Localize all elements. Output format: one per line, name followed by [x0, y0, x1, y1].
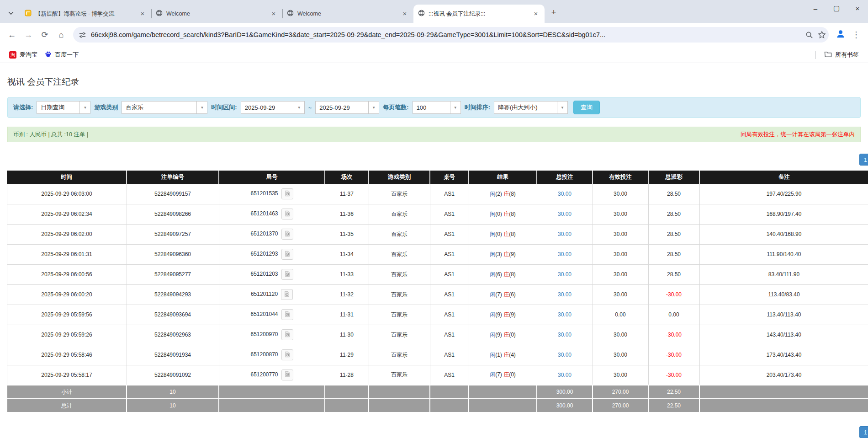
filter-bar: 请选择: 日期查询 ▼ 游戏类别 百家乐 ▼ 时间区间: 2025-09-29 … [7, 97, 861, 118]
cell-table-no: AS1 [430, 345, 469, 365]
tab-close-icon[interactable]: × [532, 10, 540, 18]
round-number: 651201120 [251, 291, 278, 297]
video-replay-icon[interactable] [281, 349, 293, 360]
cell-total-bet: 30.00 [537, 244, 593, 264]
cell-game-type: 百家乐 [369, 264, 430, 284]
cell-remark: 113.40/113.40 [699, 305, 868, 325]
chevron-down-icon[interactable]: ▼ [196, 102, 207, 113]
profile-avatar[interactable] [833, 27, 848, 42]
site-settings-tune-icon[interactable] [79, 31, 86, 39]
date-start-select[interactable]: 2025-09-29 ▼ [241, 101, 305, 114]
browser-tab-forum[interactable]: 【新提醒】海燕论坛 - 博学交流 × [20, 5, 151, 23]
payout-value: 0.00 [668, 311, 679, 318]
video-replay-icon[interactable] [281, 249, 293, 260]
summary-cell [219, 385, 325, 399]
zoom-magnifier-icon[interactable] [805, 31, 813, 39]
cell-session: 11-35 [325, 224, 369, 244]
video-replay-icon[interactable] [281, 188, 293, 199]
chevron-down-icon[interactable]: ▼ [294, 102, 304, 113]
cell-round-id: 651200970 [219, 325, 325, 345]
total-bet-link[interactable]: 30.00 [558, 311, 572, 318]
bookmark-star-icon[interactable] [818, 31, 826, 39]
page-1-button[interactable]: 1 [859, 154, 868, 166]
browser-tab-welcome-1[interactable]: Welcome × [151, 5, 282, 23]
chrome-menu-dots-icon[interactable]: ⋮ [849, 27, 863, 42]
round-number: 651200770 [250, 371, 278, 378]
chevron-down-icon[interactable]: ▼ [79, 102, 90, 113]
home-icon[interactable]: ⌂ [54, 27, 69, 42]
window-maximize-icon[interactable]: ▢ [826, 0, 847, 16]
cell-result: 闲(7) 庄(0) [469, 365, 537, 385]
tab-close-icon[interactable]: × [270, 10, 278, 18]
all-bookmarks-button[interactable]: 所有书签 [820, 49, 863, 61]
total-bet-link[interactable]: 30.00 [558, 271, 572, 278]
window-minimize-icon[interactable]: – [805, 0, 826, 16]
reload-icon[interactable]: ⟳ [37, 27, 52, 42]
tab-search-chevron-icon[interactable] [5, 6, 17, 19]
select-type-label: 请选择: [13, 103, 33, 112]
browser-tab-betrecord-active[interactable]: :::视讯 会员下注纪录::: × [413, 5, 545, 23]
new-tab-button[interactable]: + [547, 6, 560, 19]
total-bet-link[interactable]: 30.00 [558, 191, 572, 197]
result-player-label: 闲 [490, 371, 495, 378]
result-player-label: 闲 [490, 271, 495, 278]
column-header: 有效投注 [593, 171, 648, 184]
window-controls: – ▢ × [805, 0, 868, 16]
back-icon[interactable]: ← [5, 27, 19, 42]
summary-cell [699, 399, 868, 412]
window-close-icon[interactable]: × [847, 0, 868, 16]
url-text[interactable]: 66cxkj98.com/game/betrecord_search/kind3… [91, 31, 801, 38]
date-end-select[interactable]: 2025-09-29 ▼ [315, 101, 379, 114]
video-replay-icon[interactable] [281, 209, 293, 220]
page-1-button[interactable]: 1 [859, 426, 868, 438]
summary-cell [325, 385, 369, 399]
cell-session: 11-34 [325, 244, 369, 264]
tab-close-icon[interactable]: × [138, 10, 147, 18]
video-replay-icon[interactable] [281, 289, 293, 300]
video-replay-icon[interactable] [281, 269, 293, 280]
cell-valid-bet: 30.00 [593, 365, 648, 385]
result-player-score: (0) [495, 211, 503, 217]
chevron-down-icon[interactable]: ▼ [557, 102, 567, 113]
cell-result: 闲(0) 庄(8) [469, 224, 537, 244]
chevron-down-icon[interactable]: ▼ [450, 102, 460, 113]
cell-round-id: 651200870 [219, 345, 325, 365]
tab-close-icon[interactable]: × [401, 10, 409, 18]
address-bar[interactable]: 66cxkj98.com/game/betrecord_search/kind3… [73, 27, 829, 43]
forward-icon[interactable]: → [21, 27, 36, 42]
game-type-select[interactable]: 百家乐 ▼ [122, 101, 207, 114]
date-range-separator: ~ [308, 104, 312, 111]
query-type-select[interactable]: 日期查询 ▼ [37, 101, 90, 114]
total-bet-link[interactable]: 30.00 [558, 231, 572, 237]
cell-bet-id: 522849093694 [127, 305, 219, 325]
total-bet-link[interactable]: 30.00 [558, 211, 572, 217]
total-bet-link[interactable]: 30.00 [558, 352, 572, 358]
total-bet-link[interactable]: 30.00 [558, 372, 572, 378]
cell-session: 11-30 [325, 325, 369, 345]
sort-select[interactable]: 降幂(由大到小) ▼ [494, 101, 568, 114]
page-size-select[interactable]: 100 ▼ [413, 101, 461, 114]
globe-icon [156, 10, 163, 18]
summary-cell [325, 399, 369, 412]
video-replay-icon[interactable] [281, 309, 293, 320]
chevron-down-icon[interactable]: ▼ [368, 102, 379, 113]
bookmark-aitaobao[interactable]: 淘 爱淘宝 [5, 49, 41, 61]
cell-bet-id: 522849096360 [127, 244, 219, 264]
column-header: 场次 [325, 171, 369, 184]
browser-tab-welcome-2[interactable]: Welcome × [282, 5, 413, 23]
video-replay-icon[interactable] [281, 369, 293, 380]
video-replay-icon[interactable] [281, 229, 293, 240]
sort-label: 时间排序: [465, 103, 490, 112]
cell-payout: 28.50 [648, 184, 699, 204]
bookmark-baidu[interactable]: 百度一下 [41, 49, 82, 61]
total-bet-link[interactable]: 30.00 [558, 332, 572, 338]
cell-round-id: 651201044 [219, 305, 325, 325]
total-bet-link[interactable]: 30.00 [558, 291, 572, 298]
pagination-top: 1 [0, 154, 868, 166]
search-button[interactable]: 查询 [573, 101, 600, 114]
total-bet-link[interactable]: 30.00 [558, 251, 572, 257]
cell-table-no: AS1 [430, 204, 469, 224]
cell-bet-id: 522849098266 [127, 204, 219, 224]
summary-cell: 270.00 [593, 385, 648, 399]
video-replay-icon[interactable] [281, 329, 293, 340]
